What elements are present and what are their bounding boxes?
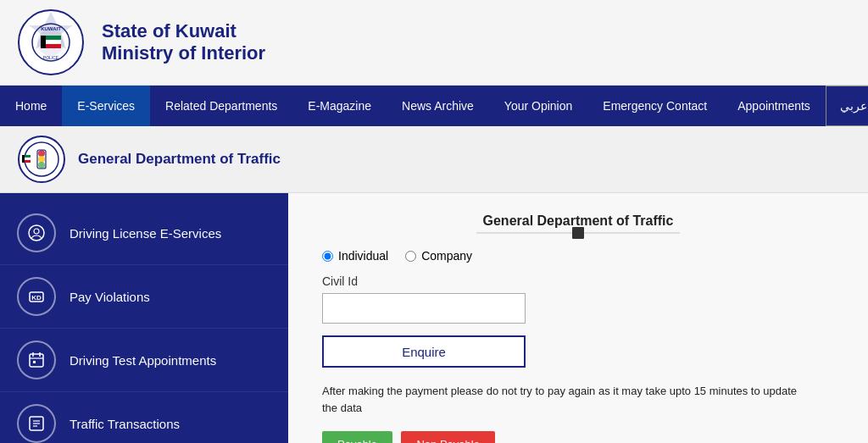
civil-id-label: Civil Id (322, 274, 834, 288)
nav-arabic[interactable]: عربي (826, 86, 868, 126)
svg-point-21 (34, 229, 39, 234)
svg-point-13 (38, 156, 45, 163)
radio-company[interactable]: Company (405, 249, 472, 263)
notice-text: After making the payment please do not t… (322, 383, 814, 416)
svg-point-12 (38, 150, 45, 157)
header-title-line2: Ministry of Interior (102, 42, 265, 64)
nav-emagazine[interactable]: E-Magazine (292, 86, 387, 126)
radio-individual[interactable]: Individual (322, 249, 388, 263)
radio-company-label: Company (421, 249, 472, 263)
page-header: KUWAIT POLICE State of Kuwait Ministry o… (0, 0, 868, 86)
main-navbar: Home E-Services Related Departments E-Ma… (0, 86, 868, 126)
enquire-button[interactable]: Enquire (322, 335, 526, 368)
header-title-block: State of Kuwait Ministry of Interior (102, 20, 265, 64)
dept-title: General Department of Traffic (78, 151, 281, 168)
svg-text:POLICE: POLICE (43, 55, 59, 60)
sidebar-label-pay-violations: Pay Violations (70, 290, 150, 304)
driving-license-icon (17, 213, 56, 252)
sidebar-label-driving-license: Driving License E-Services (70, 226, 221, 241)
sidebar-label-driving-test: Driving Test Appointments (70, 353, 216, 368)
non-payable-button[interactable]: Non Payable (401, 431, 494, 443)
nav-your-opinion[interactable]: Your Opinion (489, 86, 587, 126)
type-radio-group: Individual Company (322, 249, 834, 263)
underline-dot (572, 227, 584, 239)
nav-eservices[interactable]: E-Services (62, 86, 150, 126)
header-title-line1: State of Kuwait (102, 20, 265, 42)
payable-button[interactable]: Payable (322, 431, 392, 443)
svg-point-14 (38, 162, 45, 169)
sidebar-label-traffic-transactions: Traffic Transactions (70, 417, 180, 431)
nav-news-archive[interactable]: News Archive (387, 86, 489, 126)
nav-emergency-contact[interactable]: Emergency Contact (587, 86, 722, 126)
nav-appointments[interactable]: Appointments (722, 86, 826, 126)
underline-bar (476, 232, 680, 234)
traffic-transactions-icon (17, 404, 56, 443)
section-underline (322, 232, 834, 234)
svg-rect-28 (33, 361, 36, 363)
radio-individual-label: Individual (338, 249, 388, 263)
sidebar-item-driving-license[interactable]: Driving License E-Services (0, 202, 288, 265)
nav-related-departments[interactable]: Related Departments (150, 86, 292, 126)
dept-logo (17, 135, 66, 184)
main-layout: Driving License E-Services KD Pay Violat… (0, 193, 868, 443)
svg-rect-19 (22, 155, 25, 163)
svg-rect-24 (30, 354, 43, 367)
nav-home[interactable]: Home (0, 86, 62, 126)
payment-buttons: Payable Non Payable (322, 431, 834, 443)
svg-rect-7 (41, 36, 46, 48)
sidebar-item-pay-violations[interactable]: KD Pay Violations (0, 265, 288, 329)
dept-header: General Department of Traffic (0, 126, 868, 193)
ministry-logo: KUWAIT POLICE (17, 8, 85, 76)
driving-test-icon (17, 341, 56, 379)
svg-text:KUWAIT: KUWAIT (41, 26, 61, 31)
pay-violations-icon: KD (17, 277, 56, 316)
civil-id-input[interactable] (322, 293, 526, 324)
radio-company-input[interactable] (405, 251, 416, 262)
main-content: General Department of Traffic Individual… (288, 193, 868, 443)
svg-text:KD: KD (31, 294, 42, 302)
sidebar-item-driving-test[interactable]: Driving Test Appointments (0, 329, 288, 392)
sidebar-item-traffic-transactions[interactable]: Traffic Transactions (0, 392, 288, 443)
sidebar: Driving License E-Services KD Pay Violat… (0, 193, 288, 443)
radio-individual-input[interactable] (322, 251, 333, 262)
